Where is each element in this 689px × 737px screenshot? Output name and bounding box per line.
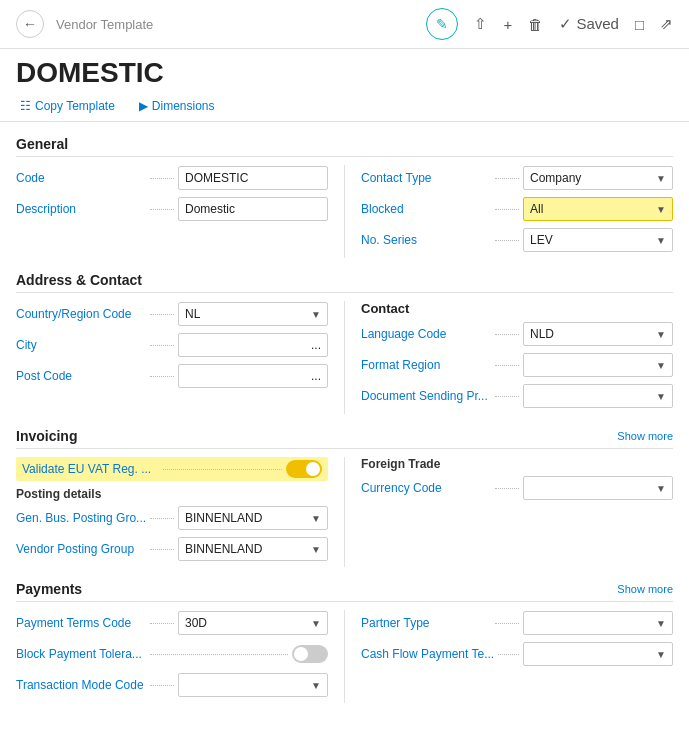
- code-field-row: Code: [16, 165, 328, 191]
- no-series-dropdown[interactable]: LEV ▼: [523, 228, 673, 252]
- payments-divider: [344, 610, 345, 703]
- city-field-row: City ...: [16, 332, 328, 358]
- contact-type-label: Contact Type: [361, 171, 491, 185]
- postcode-field-row: Post Code ...: [16, 363, 328, 389]
- share-icon[interactable]: ⇧: [474, 15, 487, 33]
- city-dots: [150, 345, 174, 346]
- chevron-down-icon: ▼: [656, 360, 666, 371]
- edit-button[interactable]: ✎: [426, 8, 458, 40]
- chevron-down-icon: ▼: [311, 309, 321, 320]
- country-dropdown[interactable]: NL ▼: [178, 302, 328, 326]
- vendor-posting-dots: [150, 549, 174, 550]
- validate-eu-vat-toggle[interactable]: [286, 460, 322, 478]
- partner-type-dropdown[interactable]: ▼: [523, 611, 673, 635]
- general-divider: [344, 165, 345, 258]
- contact-section-label: Contact: [361, 301, 673, 316]
- payments-left-col: Payment Terms Code 30D ▼ Block Payment T…: [16, 610, 328, 703]
- city-input[interactable]: ...: [178, 333, 328, 357]
- top-bar: ← Vendor Template ✎ ⇧ + 🗑 ✓ Saved □ ⇗: [0, 0, 689, 49]
- format-region-label: Format Region: [361, 358, 491, 372]
- dimensions-button[interactable]: ▶ Dimensions: [135, 97, 219, 115]
- currency-code-field-row: Currency Code ▼: [361, 475, 673, 501]
- chevron-down-icon: ▼: [311, 513, 321, 524]
- general-right-col: Contact Type Company ▼ Blocked All ▼: [361, 165, 673, 258]
- partner-type-label: Partner Type: [361, 616, 491, 630]
- transaction-mode-dropdown[interactable]: ▼: [178, 673, 328, 697]
- cash-flow-dots: [498, 654, 519, 655]
- partner-type-dots: [495, 623, 519, 624]
- contact-type-dots: [495, 178, 519, 179]
- no-series-field-row: No. Series LEV ▼: [361, 227, 673, 253]
- postcode-label: Post Code: [16, 369, 146, 383]
- copy-template-button[interactable]: ☷ Copy Template: [16, 97, 119, 115]
- vendor-posting-field-row: Vendor Posting Group BINNENLAND ▼: [16, 536, 328, 562]
- description-dots: [150, 209, 174, 210]
- cash-flow-dropdown[interactable]: ▼: [523, 642, 673, 666]
- back-button[interactable]: ←: [16, 10, 44, 38]
- toggle-thumb: [294, 647, 308, 661]
- page-title: DOMESTIC: [0, 49, 689, 93]
- payments-fields: Payment Terms Code 30D ▼ Block Payment T…: [16, 610, 673, 703]
- chevron-down-icon: ▼: [656, 173, 666, 184]
- chevron-down-icon: ▼: [656, 329, 666, 340]
- payments-show-more[interactable]: Show more: [617, 583, 673, 595]
- contact-type-dropdown[interactable]: Company ▼: [523, 166, 673, 190]
- payment-terms-dots: [150, 623, 174, 624]
- payments-section-title: Payments Show more: [16, 581, 673, 602]
- gen-bus-field-row: Gen. Bus. Posting Gro... BINNENLAND ▼: [16, 505, 328, 531]
- invoicing-section: Invoicing Show more Validate EU VAT Reg.…: [16, 428, 673, 567]
- blocked-label: Blocked: [361, 202, 491, 216]
- code-label: Code: [16, 171, 146, 185]
- block-payment-label: Block Payment Tolera...: [16, 647, 146, 661]
- expand-icon[interactable]: ⇗: [660, 15, 673, 33]
- format-region-field-row: Format Region ▼: [361, 352, 673, 378]
- vendor-posting-dropdown[interactable]: BINNENLAND ▼: [178, 537, 328, 561]
- blocked-field-row: Blocked All ▼: [361, 196, 673, 222]
- content-area: General Code Description Cont: [0, 122, 689, 719]
- currency-code-dropdown[interactable]: ▼: [523, 476, 673, 500]
- contact-type-field-row: Contact Type Company ▼: [361, 165, 673, 191]
- dimensions-icon: ▶: [139, 99, 148, 113]
- description-label: Description: [16, 202, 146, 216]
- invoicing-fields: Validate EU VAT Reg. ... Posting details…: [16, 457, 673, 567]
- doc-sending-dropdown[interactable]: ▼: [523, 384, 673, 408]
- block-payment-toggle[interactable]: [292, 645, 328, 663]
- invoicing-section-title: Invoicing Show more: [16, 428, 673, 449]
- format-region-dropdown[interactable]: ▼: [523, 353, 673, 377]
- payment-terms-dropdown[interactable]: 30D ▼: [178, 611, 328, 635]
- chevron-down-icon: ▼: [656, 618, 666, 629]
- top-icons: ✎ ⇧ + 🗑 ✓ Saved □ ⇗: [426, 8, 673, 40]
- add-icon[interactable]: +: [503, 16, 512, 33]
- chevron-down-icon: ▼: [656, 235, 666, 246]
- description-input[interactable]: [178, 197, 328, 221]
- chevron-down-icon: ▼: [311, 618, 321, 629]
- validate-dots: [163, 469, 282, 470]
- general-fields: Code Description Contact Type Company: [16, 165, 673, 258]
- currency-code-dots: [495, 488, 519, 489]
- gen-bus-dropdown[interactable]: BINNENLAND ▼: [178, 506, 328, 530]
- open-new-icon[interactable]: □: [635, 16, 644, 33]
- blocked-dropdown[interactable]: All ▼: [523, 197, 673, 221]
- block-payment-toggle-track[interactable]: [292, 645, 328, 663]
- toggle-track[interactable]: [286, 460, 322, 478]
- partner-type-field-row: Partner Type ▼: [361, 610, 673, 636]
- gen-bus-dots: [150, 518, 174, 519]
- address-left-col: Country/Region Code NL ▼ City ... Post C…: [16, 301, 328, 414]
- language-dots: [495, 334, 519, 335]
- postcode-input[interactable]: ...: [178, 364, 328, 388]
- no-series-dots: [495, 240, 519, 241]
- doc-sending-label: Document Sending Pr...: [361, 389, 491, 403]
- payments-right-col: Partner Type ▼ Cash Flow Payment Te... ▼: [361, 610, 673, 703]
- general-section: General Code Description Cont: [16, 136, 673, 258]
- invoicing-left-col: Validate EU VAT Reg. ... Posting details…: [16, 457, 328, 567]
- invoicing-right-col: Foreign Trade Currency Code ▼: [361, 457, 673, 567]
- currency-code-label: Currency Code: [361, 481, 491, 495]
- code-input[interactable]: [178, 166, 328, 190]
- payments-section: Payments Show more Payment Terms Code 30…: [16, 581, 673, 703]
- transaction-mode-field-row: Transaction Mode Code ▼: [16, 672, 328, 698]
- language-code-dropdown[interactable]: NLD ▼: [523, 322, 673, 346]
- city-label: City: [16, 338, 146, 352]
- invoicing-show-more[interactable]: Show more: [617, 430, 673, 442]
- delete-icon[interactable]: 🗑: [528, 16, 543, 33]
- chevron-down-icon: ▼: [311, 680, 321, 691]
